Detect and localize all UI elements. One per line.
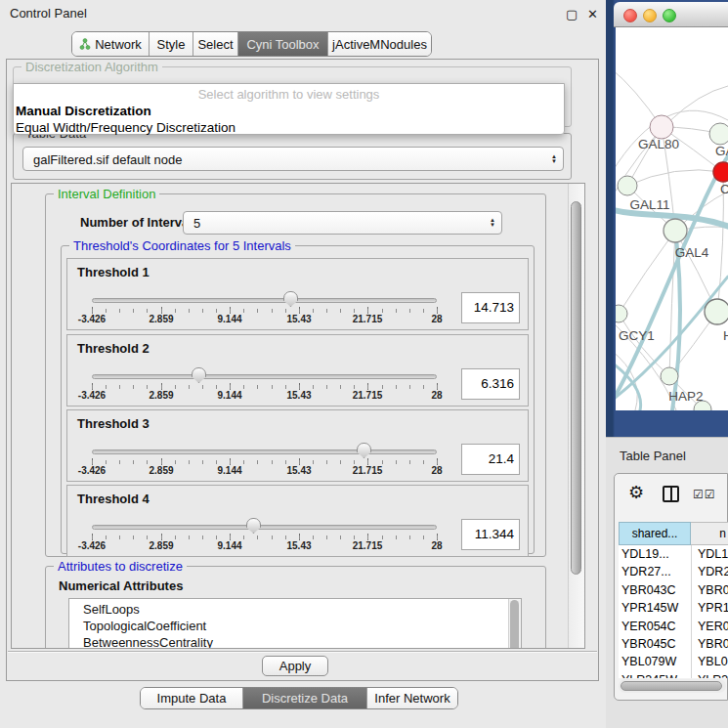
table-row[interactable]: YER054C YER0 bbox=[619, 618, 728, 635]
cell-shared-name[interactable]: YBL079W bbox=[621, 653, 676, 670]
cell-shared-name[interactable]: YLR345W bbox=[621, 671, 677, 678]
float-window-icon[interactable]: ▢ bbox=[566, 7, 578, 21]
network-node-selected-red[interactable] bbox=[713, 162, 728, 182]
table-window: ⚙ ☑☑ shared... n YDL19... YDL1 YDR27... … bbox=[614, 473, 728, 701]
cell-name[interactable]: YBR0 bbox=[698, 635, 728, 653]
slider-track[interactable] bbox=[92, 374, 437, 379]
network-node-label: GAL80 bbox=[638, 137, 679, 151]
cell-name[interactable]: YDR2 bbox=[698, 563, 728, 580]
table-row[interactable]: YBR043C YBR0 bbox=[619, 581, 728, 599]
popup-option-equal-width[interactable]: Equal Width/Frequency Discretization bbox=[16, 120, 236, 135]
window-traffic-light-zoom[interactable] bbox=[663, 9, 676, 22]
threshold-value-field[interactable]: 14.713 bbox=[461, 292, 520, 323]
list-item[interactable]: TopologicalCoefficient bbox=[69, 618, 521, 634]
network-node-gcy1[interactable] bbox=[616, 305, 627, 322]
tick-label: 28 bbox=[407, 465, 466, 476]
close-icon[interactable]: ✕ bbox=[587, 7, 598, 21]
cell-shared-name[interactable]: YDR27... bbox=[621, 563, 671, 580]
horizontal-scrollbar-thumb[interactable] bbox=[621, 681, 722, 691]
table-row[interactable]: YPR145W YPR1 bbox=[619, 599, 728, 617]
tick-label: 2.859 bbox=[132, 314, 191, 324]
algorithm-popup: Select algorithm to view settings Manual… bbox=[13, 83, 565, 135]
slider-minor-ticks bbox=[92, 535, 439, 539]
tick-label: 28 bbox=[407, 314, 466, 324]
cell-name[interactable]: YLR3 bbox=[698, 671, 728, 678]
number-of-intervals-combobox[interactable]: 5 ▲▼ bbox=[183, 211, 502, 235]
list-item[interactable]: BetweennessCentrality bbox=[69, 634, 521, 649]
tick-label: -3.426 bbox=[63, 314, 121, 324]
tab-network[interactable]: Network bbox=[72, 32, 150, 56]
columns-icon[interactable] bbox=[663, 486, 679, 502]
settings-scrollbar[interactable] bbox=[568, 184, 584, 648]
table-row[interactable]: YLR345W YLR3 bbox=[619, 671, 728, 678]
cell-name[interactable]: YDL1 bbox=[698, 545, 728, 563]
list-scrollbar[interactable] bbox=[508, 599, 521, 649]
settings-scrollbar-thumb[interactable] bbox=[571, 201, 581, 575]
popup-option-manual-discretization[interactable]: Manual Discretization bbox=[16, 104, 151, 118]
tab-cyni-toolbox[interactable]: Cyni Toolbox bbox=[238, 32, 328, 56]
cell-name[interactable]: YER0 bbox=[698, 618, 728, 635]
slider-thumb[interactable] bbox=[192, 367, 206, 383]
slider-track[interactable] bbox=[92, 298, 437, 303]
network-node-ga[interactable] bbox=[709, 123, 728, 145]
slider-thumb[interactable] bbox=[246, 518, 261, 534]
slider-thumb[interactable] bbox=[357, 443, 371, 458]
list-item[interactable]: SelfLoops bbox=[69, 599, 521, 618]
cell-name[interactable]: YPR1 bbox=[698, 599, 728, 617]
tick-label: 9.144 bbox=[200, 390, 259, 401]
tab-select[interactable]: Select bbox=[193, 32, 238, 56]
tick-label: 15.43 bbox=[270, 540, 328, 551]
settings-scrollpane: Interval Definition Number of Intervals … bbox=[11, 183, 585, 649]
table-row[interactable]: YDR27... YDR2 bbox=[619, 563, 728, 580]
network-node-gal80[interactable] bbox=[650, 115, 673, 139]
column-header-name[interactable]: n bbox=[691, 522, 728, 545]
network-node-h[interactable] bbox=[705, 299, 728, 324]
gear-icon[interactable]: ⚙ bbox=[628, 484, 644, 501]
checkbox-icons[interactable]: ☑☑ bbox=[693, 488, 716, 501]
network-node-gal4[interactable] bbox=[664, 219, 687, 242]
threshold-value-field[interactable]: 21.4 bbox=[461, 444, 520, 475]
network-window-titlebar[interactable] bbox=[614, 2, 728, 27]
tick-label: 21.715 bbox=[338, 465, 397, 476]
horizontal-scrollbar[interactable] bbox=[619, 679, 726, 693]
network-node-hap2[interactable] bbox=[661, 367, 678, 385]
table-panel-title: Table Panel bbox=[620, 449, 686, 463]
table-row[interactable]: YBR045C YBR0 bbox=[619, 635, 728, 653]
tick-label: 9.144 bbox=[200, 465, 259, 476]
cell-shared-name[interactable]: YDL19... bbox=[621, 545, 669, 563]
tick-label: 28 bbox=[407, 390, 466, 401]
slider-track[interactable] bbox=[92, 450, 437, 454]
list-scrollbar-thumb[interactable] bbox=[510, 600, 519, 649]
tab-jactivemnodules[interactable]: jActiveMNodules bbox=[328, 32, 431, 56]
cell-shared-name[interactable]: YBR045C bbox=[621, 635, 676, 653]
column-header-shared-name[interactable]: shared... bbox=[619, 522, 691, 545]
group-title: Discretization Algorithm bbox=[21, 60, 162, 74]
table-row[interactable]: YDL19... YDL1 bbox=[619, 545, 728, 563]
threshold-value-field[interactable]: 6.316 bbox=[461, 368, 520, 400]
tab-impute-data[interactable]: Impute Data bbox=[141, 688, 243, 708]
combo-spinner-icon: ▲▼ bbox=[551, 154, 557, 164]
tab-discretize-data[interactable]: Discretize Data bbox=[243, 688, 367, 708]
slider-minor-ticks bbox=[92, 385, 439, 389]
table-data-combobox[interactable]: galFiltered.sif default node ▲▼ bbox=[22, 147, 564, 171]
tick-label: 9.144 bbox=[200, 540, 259, 551]
network-node-gal11[interactable] bbox=[618, 176, 637, 195]
top-tab-bar: Network Style Select Cyni Toolbox jActiv… bbox=[71, 31, 432, 57]
cell-shared-name[interactable]: YBR043C bbox=[621, 581, 676, 599]
window-traffic-light-close[interactable] bbox=[623, 9, 637, 22]
tab-style[interactable]: Style bbox=[150, 32, 193, 56]
slider-thumb[interactable] bbox=[283, 291, 298, 307]
cell-name[interactable]: YBR0 bbox=[698, 581, 728, 599]
interval-definition-group: Interval Definition Number of Intervals … bbox=[45, 193, 546, 557]
cell-name[interactable]: YBL0 bbox=[698, 653, 728, 670]
group-title: Interval Definition bbox=[54, 187, 159, 201]
apply-button[interactable]: Apply bbox=[262, 656, 328, 676]
table-row[interactable]: YBL079W YBL0 bbox=[619, 653, 728, 670]
tab-infer-network[interactable]: Infer Network bbox=[367, 688, 457, 708]
network-canvas[interactable]: GAL80 GA C GAL11 GAL4 GCY1 H HAP2 bbox=[616, 27, 728, 410]
cell-shared-name[interactable]: YPR145W bbox=[621, 599, 678, 617]
slider-track[interactable] bbox=[92, 525, 437, 530]
threshold-value-field[interactable]: 11.344 bbox=[461, 519, 520, 550]
cell-shared-name[interactable]: YER054C bbox=[621, 618, 676, 635]
window-traffic-light-minimize[interactable] bbox=[643, 9, 657, 22]
